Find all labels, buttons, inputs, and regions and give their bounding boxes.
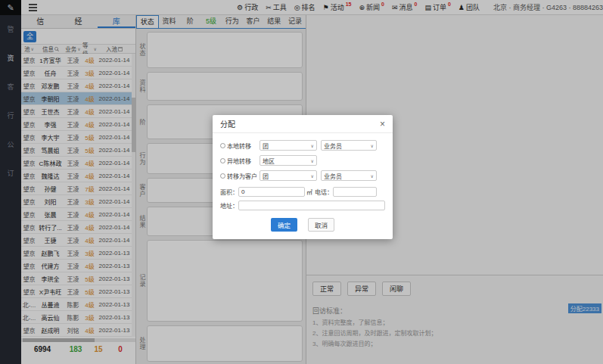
radio-icon xyxy=(220,158,225,163)
area-unit: ㎡ xyxy=(306,188,312,196)
dropdown-select[interactable]: 团∨ xyxy=(260,140,317,151)
close-icon[interactable]: × xyxy=(380,120,385,129)
allocation-dialog: 分配 × 本地转移团∨业务员∨异地转移地区∨转移为客户团∨业务员∨ 面积： ㎡ … xyxy=(213,115,393,239)
select-value: 地区 xyxy=(263,157,275,165)
radio-label: 转移为客户 xyxy=(227,172,257,180)
address-label: 地址： xyxy=(220,201,238,210)
radio-label: 本地转移 xyxy=(227,142,251,150)
dropdown-select[interactable]: 团∨ xyxy=(260,170,317,181)
dialog-buttons: 确定 取消 xyxy=(220,218,385,232)
area-label: 面积： xyxy=(220,188,238,196)
transfer-option-1: 异地转移地区∨ xyxy=(220,153,385,168)
chevron-down-icon: ∨ xyxy=(311,173,314,179)
dialog-body: 本地转移团∨业务员∨异地转移地区∨转移为客户团∨业务员∨ 面积： ㎡ 电话： 地… xyxy=(213,133,393,239)
address-input[interactable] xyxy=(238,201,385,210)
dropdown-select[interactable]: 业务员∨ xyxy=(321,140,377,151)
radio-icon xyxy=(220,143,225,148)
select-value: 业务员 xyxy=(324,142,342,150)
chevron-down-icon: ∨ xyxy=(371,173,374,179)
area-input[interactable] xyxy=(238,187,305,197)
select-value: 团 xyxy=(263,142,269,150)
address-row: 地址： xyxy=(220,201,385,210)
area-phone-row: 面积： ㎡ 电话： xyxy=(220,187,385,197)
dialog-title: 分配 xyxy=(220,118,235,129)
transfer-option-0: 本地转移团∨业务员∨ xyxy=(220,138,385,153)
phone-label: 电话： xyxy=(315,188,333,196)
dropdown-select[interactable]: 业务员∨ xyxy=(321,170,377,181)
radio-option[interactable]: 本地转移 xyxy=(220,142,260,150)
phone-input[interactable] xyxy=(333,187,377,197)
confirm-button[interactable]: 确定 xyxy=(271,218,297,232)
chevron-down-icon: ∨ xyxy=(371,143,374,148)
radio-label: 异地转移 xyxy=(227,157,251,165)
radio-option[interactable]: 异地转移 xyxy=(220,157,260,165)
select-value: 业务员 xyxy=(324,172,342,180)
chevron-down-icon: ∨ xyxy=(311,143,314,148)
radio-option[interactable]: 转移为客户 xyxy=(220,172,260,180)
cancel-button[interactable]: 取消 xyxy=(308,218,334,232)
dropdown-select[interactable]: 地区∨ xyxy=(260,155,317,166)
radio-icon xyxy=(220,173,225,179)
transfer-option-2: 转移为客户团∨业务员∨ xyxy=(220,168,385,183)
select-value: 团 xyxy=(263,172,269,180)
chevron-down-icon: ∨ xyxy=(311,158,314,163)
dialog-header: 分配 × xyxy=(213,115,393,133)
